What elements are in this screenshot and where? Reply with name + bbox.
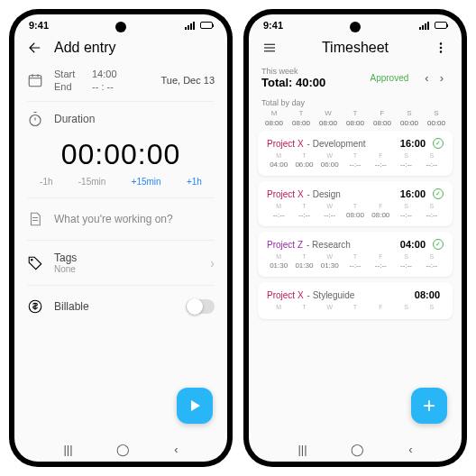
header: Add entry [14, 32, 227, 63]
date-field[interactable]: Tue, Dec 13 [160, 75, 215, 86]
svg-point-5 [440, 47, 442, 49]
play-button[interactable] [177, 388, 213, 424]
tags-row[interactable]: TagsNone › [27, 244, 215, 281]
more-icon[interactable] [433, 40, 449, 56]
menu-icon[interactable] [261, 40, 278, 56]
minus-1h-button[interactable]: -1h [40, 177, 52, 187]
check-icon: ✓ [433, 138, 444, 149]
svg-point-4 [440, 43, 442, 45]
page-title: Timesheet [288, 40, 422, 56]
end-time[interactable]: -- : -- [92, 81, 114, 92]
plus-15min-button[interactable]: +15min [132, 177, 161, 187]
svg-rect-0 [29, 76, 41, 87]
start-time[interactable]: 14:00 [92, 69, 117, 79]
billable-toggle[interactable] [186, 299, 215, 314]
check-icon: ✓ [433, 239, 444, 250]
approved-status: Approved [371, 73, 409, 83]
check-icon: ✓ [433, 188, 444, 199]
duration-display: 00:00:00 [27, 133, 215, 177]
timesheet-card[interactable]: Project X - Development16:00✓MTWTFSS04:0… [258, 131, 453, 176]
calendar-icon [27, 72, 43, 88]
billable-icon [27, 298, 43, 315]
page-title: Add entry [54, 40, 215, 56]
minus-15min-button[interactable]: -15min [78, 177, 106, 187]
plus-1h-button[interactable]: +1h [187, 177, 202, 187]
add-button[interactable]: + [411, 388, 447, 424]
back-icon[interactable] [27, 40, 43, 56]
timesheet-card[interactable]: Project X - Design16:00✓MTWTFSS--:----:-… [258, 181, 453, 226]
svg-point-2 [32, 259, 33, 261]
timesheet-card[interactable]: Project Z - Research04:00✓MTWTFSS01:3001… [258, 232, 453, 277]
note-icon [27, 211, 43, 227]
tag-icon [27, 255, 43, 271]
total-hours: Total: 40:00 [261, 76, 371, 89]
description-input[interactable]: What you're working on? [27, 202, 215, 236]
android-navbar[interactable]: |||◯‹ [249, 436, 462, 462]
prev-week-button[interactable]: ‹ [419, 71, 434, 85]
stopwatch-icon [27, 111, 43, 127]
svg-point-6 [440, 51, 442, 53]
next-week-button[interactable]: › [435, 71, 449, 85]
header: Timesheet [249, 32, 462, 63]
android-navbar[interactable]: |||◯‹ [14, 436, 227, 462]
chevron-right-icon: › [210, 256, 215, 270]
timesheet-card[interactable]: Project X - Styleguide08:00MTWTFSS [258, 282, 453, 319]
